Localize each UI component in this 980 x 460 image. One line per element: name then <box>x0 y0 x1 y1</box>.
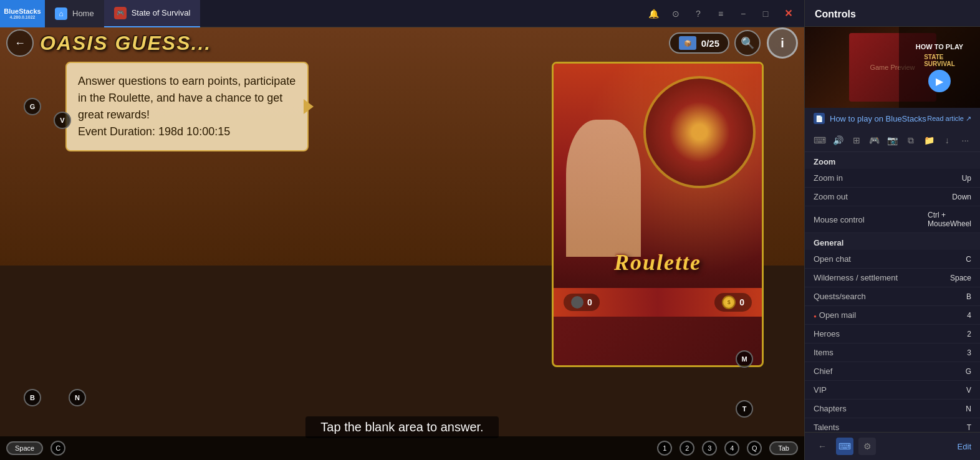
ctrl-download-icon[interactable]: ↓ <box>941 132 953 149</box>
shortcut-quests: Quests/search B <box>805 287 980 306</box>
game-tab-label: State of Survival <box>132 8 191 17</box>
home-tab-icon: ⌂ <box>55 7 67 20</box>
bottom-space-btn[interactable]: Space <box>6 441 43 455</box>
game-area[interactable]: G V B N M T ← OASIS GUESS... 📦 0/25 🔍 i … <box>0 27 804 460</box>
kb-shortcut-t: T <box>736 400 753 418</box>
roulette-coin-icon: $ <box>722 295 736 309</box>
score-box: 📦 0/25 <box>669 32 729 54</box>
shortcut-vip: VIP V <box>805 381 980 400</box>
footer-gear-icon[interactable]: ⚙ <box>858 438 876 455</box>
back-button[interactable]: ← <box>6 29 34 57</box>
wilderness-key: Space <box>950 274 971 282</box>
tab-home[interactable]: ⌂ Home <box>45 0 104 27</box>
how-to-play-link-row[interactable]: 📄 How to play on BlueStacks Read article… <box>805 108 980 129</box>
ctrl-grid-icon[interactable]: ⊞ <box>850 132 862 149</box>
subtitle-text: Tap the blank area to answer. <box>305 416 498 438</box>
shortcut-wilderness: Wilderness / settlement Space <box>805 269 980 287</box>
title-bar-controls: 🔔 ⊙ ? ≡ − □ ✕ <box>637 7 804 20</box>
kb-shortcut-v: V <box>54 112 71 129</box>
kb-shortcut-n: N <box>69 389 86 406</box>
account-icon[interactable]: ⊙ <box>670 7 682 20</box>
ctrl-camera-icon[interactable]: 📷 <box>886 132 898 149</box>
bottom-q-btn[interactable]: Q <box>747 441 762 456</box>
controls-header: Controls <box>805 0 980 27</box>
chief-key: G <box>966 367 971 376</box>
tab-game[interactable]: 🎮 State of Survival <box>104 0 201 27</box>
ctrl-gamepad-icon[interactable]: 🎮 <box>868 132 880 149</box>
bottom-tab-btn[interactable]: Tab <box>769 441 798 455</box>
htp-title: HOW TO PLAY <box>916 42 963 51</box>
home-tab-label: Home <box>72 9 94 18</box>
roulette-image: Roulette <box>554 64 762 288</box>
minimize-button[interactable]: − <box>737 7 749 20</box>
bottom-c-btn[interactable]: C <box>50 441 65 456</box>
open-mail-label: Open mail <box>814 310 856 320</box>
roulette-counter-2: $ 0 <box>714 293 752 312</box>
footer-keyboard-icon[interactable]: ⌨ <box>836 438 853 455</box>
bell-icon[interactable]: 🔔 <box>647 7 660 20</box>
bottom-hud: Space C 1 2 3 4 Q Tab <box>0 436 804 460</box>
title-bar: BlueStacks 4.280.0.1022 ⌂ Home 🎮 State o… <box>0 0 804 27</box>
score-value: 0/25 <box>701 38 719 49</box>
roulette-counter-1: 0 <box>564 294 600 311</box>
section-general-header: General <box>805 233 980 250</box>
htp-link-icon: 📄 <box>814 113 825 124</box>
subtitle-bar: Tap the blank area to answer. <box>0 416 804 438</box>
info-bubble: Answer questions to earn points, partici… <box>65 62 309 151</box>
roulette-bottom-bar: 0 $ 0 <box>554 288 762 317</box>
bottom-3-btn[interactable]: 3 <box>702 441 717 456</box>
vip-label: VIP <box>814 385 827 395</box>
htp-link-content: 📄 How to play on BlueStacks <box>814 113 926 124</box>
ctrl-copy-icon[interactable]: ⧉ <box>905 132 917 149</box>
game-title: OASIS GUESS... <box>40 32 211 55</box>
open-chat-label: Open chat <box>814 254 851 264</box>
chief-label: Chief <box>814 367 832 376</box>
vip-key: V <box>966 386 971 395</box>
open-mail-key: 4 <box>967 311 971 320</box>
bs-logo-name: BlueStacks <box>4 7 41 15</box>
edit-button[interactable]: Edit <box>958 442 971 451</box>
shortcut-open-chat: Open chat C <box>805 250 980 269</box>
kb-shortcut-b: B <box>24 389 41 406</box>
maximize-button[interactable]: □ <box>759 7 772 20</box>
htp-state-label: STATESURVIVAL <box>924 54 955 67</box>
bottom-4-btn[interactable]: 4 <box>724 441 739 456</box>
controls-preview: Game Preview HOW TO PLAY STATESURVIVAL ▶ <box>805 27 980 108</box>
bottom-1-btn[interactable]: 1 <box>657 441 672 456</box>
roulette-person-figure <box>566 120 641 257</box>
info-bubble-arrow <box>304 99 314 114</box>
score-chest-icon: 📦 <box>679 36 696 50</box>
ctrl-volume-icon[interactable]: 🔊 <box>832 132 844 149</box>
search-button[interactable]: 🔍 <box>734 30 761 56</box>
zoom-in-key: Up <box>962 174 971 183</box>
controls-footer: ← ⌨ ⚙ Edit <box>805 432 980 460</box>
close-button[interactable]: ✕ <box>782 7 794 20</box>
bottom-2-btn[interactable]: 2 <box>680 441 694 456</box>
open-chat-key: C <box>966 255 971 264</box>
quests-key: B <box>966 292 971 301</box>
info-button[interactable]: i <box>767 27 798 59</box>
talents-key: T <box>967 423 971 432</box>
talents-label: Talents <box>814 423 839 432</box>
roulette-count-2: 0 <box>739 297 744 307</box>
shortcut-items: Items 3 <box>805 343 980 362</box>
menu-icon[interactable]: ≡ <box>714 7 727 20</box>
shortcut-open-mail: Open mail 4 <box>805 306 980 325</box>
ctrl-more-icon[interactable]: ··· <box>959 132 971 149</box>
read-article-link[interactable]: Read article ↗ <box>927 115 971 123</box>
roulette-wheel <box>643 76 756 188</box>
zoom-in-label: Zoom in <box>814 173 843 183</box>
quests-label: Quests/search <box>814 292 866 301</box>
wilderness-label: Wilderness / settlement <box>814 273 898 282</box>
help-icon[interactable]: ? <box>692 7 704 20</box>
footer-icons: ← ⌨ ⚙ <box>814 438 876 455</box>
ctrl-folder-icon[interactable]: 📁 <box>923 132 935 149</box>
mouse-control-label: Mouse control <box>814 215 865 224</box>
roulette-counter-icon-1 <box>571 296 584 309</box>
roulette-card[interactable]: Roulette 0 $ 0 <box>552 62 764 367</box>
ctrl-keyboard-icon[interactable]: ⌨ <box>814 132 826 149</box>
play-button[interactable]: ▶ <box>928 70 951 92</box>
bluestacks-window: BlueStacks 4.280.0.1022 ⌂ Home 🎮 State o… <box>0 0 804 460</box>
footer-back-icon[interactable]: ← <box>814 438 831 455</box>
shortcut-heroes: Heroes 2 <box>805 325 980 343</box>
